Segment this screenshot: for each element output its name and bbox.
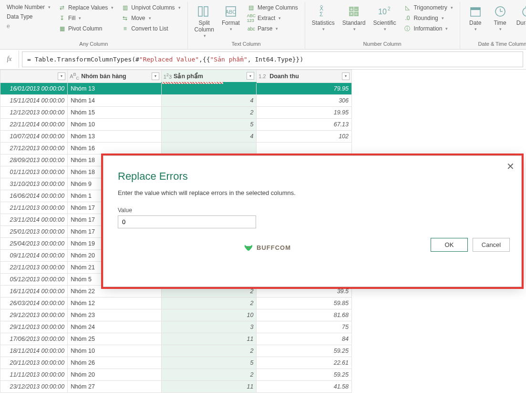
cell-date: 26/03/2014 00:00:00 (0, 297, 68, 309)
cell-group: Nhóm 10 (68, 345, 162, 357)
svg-text:÷: ÷ (355, 11, 358, 17)
duration-button[interactable]: Duration▾ (513, 2, 526, 33)
cell-product: 2 (161, 369, 257, 380)
cell-date: 17/06/2013 00:00:00 (0, 333, 68, 345)
column-filter-0[interactable]: ▾ (58, 72, 65, 80)
cell-revenue: 67.13 (257, 118, 352, 130)
column-filter-3[interactable]: ▾ (342, 72, 350, 80)
formula-input[interactable]: = Table.TransformColumnTypes(#"Replaced … (22, 51, 523, 67)
ok-button[interactable]: OK (431, 238, 468, 252)
statistics-button[interactable]: X̄Σ Statistics▾ (308, 2, 339, 33)
table-row[interactable]: 17/06/2013 00:00:00Nhóm 251184 (0, 333, 352, 345)
scientific-button[interactable]: 102 Scientific▾ (369, 2, 400, 33)
cell-group: Nhóm 20 (68, 369, 162, 380)
dialog-description: Enter the value which will replace error… (118, 189, 507, 196)
cell-group: Nhóm 13 (68, 82, 162, 94)
column-name-revenue: Doanh thu (269, 73, 299, 80)
cancel-button[interactable]: Cancel (473, 238, 510, 252)
table-row[interactable]: 10/07/2014 00:00:00Nhóm 134102 (0, 130, 352, 142)
unpivot-icon: ▥ (121, 4, 129, 11)
fill-icon: ↧ (58, 14, 66, 22)
replace-errors-dialog: ✕ Replace Errors Enter the value which w… (103, 155, 522, 287)
cell-group: Nhóm 25 (68, 333, 162, 345)
cell-date: 05/12/2013 00:00:00 (0, 273, 68, 285)
split-column-button[interactable]: Split Column▾ (191, 2, 218, 40)
information-button[interactable]: ⓘInformation▾ (402, 24, 454, 33)
value-input[interactable] (118, 215, 256, 228)
cell-date: 23/12/2013 00:00:00 (0, 380, 68, 392)
table-row[interactable]: 29/11/2013 00:00:00Nhóm 24375 (0, 321, 352, 333)
column-name-group: Nhóm bán hàng (81, 73, 126, 80)
fill-button[interactable]: ↧Fill▾ (56, 13, 115, 23)
merge-columns-button[interactable]: ▤Merge Columns (246, 3, 300, 12)
whole-number-button[interactable]: Whole Number▾ (5, 3, 52, 11)
cell-product: 11 (161, 380, 257, 392)
table-row[interactable]: 15/11/2014 00:00:00Nhóm 144306 (0, 94, 352, 106)
cell-date: 21/11/2013 00:00:00 (0, 202, 68, 214)
table-row[interactable]: 11/11/2013 00:00:00Nhóm 20259.25 (0, 369, 352, 380)
type-icon-int: 123 (164, 72, 172, 80)
svg-text:10: 10 (378, 8, 387, 16)
cell-date: 01/11/2013 00:00:00 (0, 166, 68, 178)
list-icon: ≡ (121, 25, 129, 32)
table-row[interactable]: 22/11/2014 00:00:00Nhóm 10567.13 (0, 118, 352, 130)
data-type-button[interactable]: Data Type (5, 12, 52, 21)
cell-date: 11/11/2013 00:00:00 (0, 369, 68, 380)
cell-group: Nhóm 24 (68, 321, 162, 333)
rename-button[interactable]: e (5, 22, 52, 31)
cell-date: 22/11/2014 00:00:00 (0, 118, 68, 130)
table-row[interactable]: 20/11/2013 00:00:00Nhóm 26522.61 (0, 357, 352, 369)
column-filter-1[interactable]: ▾ (152, 72, 159, 80)
convert-to-list-button[interactable]: ≡Convert to List (119, 24, 182, 33)
svg-text:Σ: Σ (320, 11, 323, 18)
move-button[interactable]: ⇆Move▾ (119, 13, 182, 23)
cell-date: 29/11/2013 00:00:00 (0, 321, 68, 333)
cell-group: Nhóm 15 (68, 106, 162, 118)
time-button[interactable]: Time▾ (488, 2, 513, 33)
cell-date: 10/07/2014 00:00:00 (0, 130, 68, 142)
formula-bar: fx = Table.TransformColumnTypes(#"Replac… (0, 50, 526, 70)
trigonometry-button[interactable]: ◺Trigonometry▾ (402, 3, 454, 12)
group-label-number-column: Number Column (308, 40, 457, 48)
table-row[interactable]: 26/03/2014 00:00:00Nhóm 12259.85 (0, 297, 352, 309)
info-icon: ⓘ (403, 25, 411, 32)
extract-icon: ABC123 (248, 14, 255, 22)
pivot-column-button[interactable]: ▦Pivot Column (56, 24, 115, 33)
scientific-icon: 102 (377, 4, 392, 19)
cell-group: Nhóm 14 (68, 94, 162, 106)
ribbon-group-any-column: Whole Number▾ Data Type e ⇄Replace Value… (0, 2, 188, 49)
duration-icon (519, 4, 526, 19)
rounding-button[interactable]: .0Rounding▾ (402, 13, 454, 23)
group-label-datetime-column: Date & Time Column (463, 40, 526, 48)
cell-revenue: 79.95 (257, 82, 352, 94)
close-button[interactable]: ✕ (506, 161, 515, 172)
table-row[interactable]: 27/12/2013 00:00:00Nhóm 16 (0, 142, 352, 154)
table-row[interactable]: 12/12/2013 00:00:00Nhóm 15219.95 (0, 106, 352, 118)
cell-date: 31/10/2013 00:00:00 (0, 178, 68, 190)
svg-point-20 (523, 8, 526, 16)
replace-values-button[interactable]: ⇄Replace Values▾ (56, 3, 115, 12)
table-row[interactable]: 23/12/2013 00:00:00Nhóm 271141.58 (0, 380, 352, 392)
type-icon-decimal: 1.2 (258, 73, 266, 79)
parse-button[interactable]: abcParse▾ (246, 24, 300, 33)
cell-product: 2 (161, 345, 257, 357)
cell-group: Nhóm 26 (68, 357, 162, 369)
cell-date: 25/04/2013 00:00:00 (0, 237, 68, 249)
date-button[interactable]: Date▾ (463, 2, 488, 33)
extract-button[interactable]: ABC123Extract▾ (246, 13, 300, 23)
table-row[interactable]: 29/12/2013 00:00:00Nhóm 231081.68 (0, 309, 352, 321)
unpivot-columns-button[interactable]: ▥Unpivot Columns▾ (119, 3, 182, 12)
table-row[interactable]: 16/01/2013 00:00:00Nhóm 1379.95 (0, 82, 352, 94)
cell-product: 2 (161, 106, 257, 118)
table-row[interactable]: 18/11/2014 00:00:00Nhóm 10259.25 (0, 345, 352, 357)
replace-icon: ⇄ (58, 4, 66, 11)
cell-product: 2 (161, 297, 257, 309)
format-button[interactable]: ABC Format▾ (218, 2, 244, 33)
standard-button[interactable]: +−×÷ Standard▾ (339, 2, 370, 33)
cell-revenue (257, 142, 352, 154)
ribbon-group-datetime-column: Date▾ Time▾ Duration▾ Date & Time Column (460, 2, 526, 49)
cell-group: Nhóm 10 (68, 118, 162, 130)
group-label-any-column: Any Column (3, 40, 185, 48)
format-icon: ABC (223, 4, 238, 19)
column-filter-2[interactable]: ▾ (247, 72, 254, 80)
